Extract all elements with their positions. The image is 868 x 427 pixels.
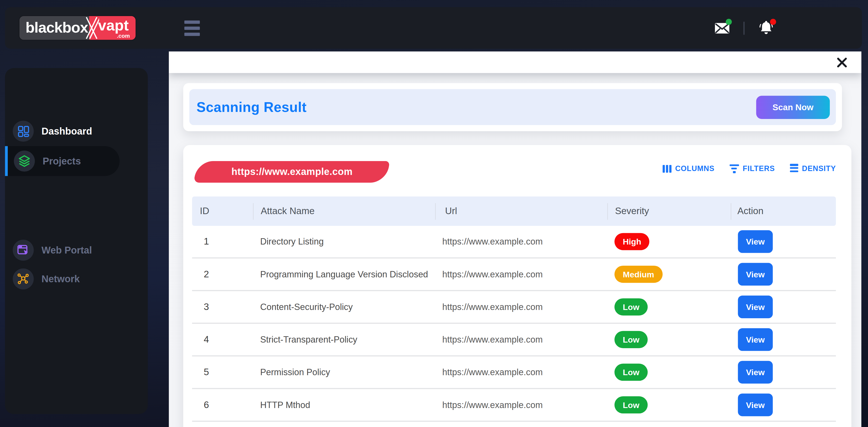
table-row: 3 Content-Security-Policy https://www.ex… xyxy=(192,291,836,324)
view-button[interactable]: View xyxy=(738,263,773,286)
filters-button[interactable]: FILTERS xyxy=(729,164,775,173)
target-url-ribbon: https://www.example.com xyxy=(194,161,390,183)
view-button[interactable]: View xyxy=(738,393,773,416)
sidebar-item-label: Projects xyxy=(42,155,81,167)
layers-icon xyxy=(14,151,35,172)
table-row: 2 Programming Language Version Disclosed… xyxy=(192,258,836,291)
columns-button[interactable]: COLUMNS xyxy=(662,164,714,173)
mail-icon[interactable] xyxy=(713,20,730,36)
column-header-severity[interactable]: Severity xyxy=(608,203,731,219)
sidebar-item-dashboard[interactable]: Dashboard xyxy=(5,116,148,146)
sidebar-item-label: Dashboard xyxy=(41,125,92,137)
view-button[interactable]: View xyxy=(738,328,773,351)
sidebar-item-network[interactable]: Network xyxy=(5,264,148,294)
sidebar-item-projects[interactable]: Projects xyxy=(5,146,120,176)
cell-id: 4 xyxy=(192,334,253,345)
table-row: 1 Directory Listing https://www.example.… xyxy=(192,226,836,258)
cell-url: https://www.example.com xyxy=(435,335,607,344)
brand-tld: .com xyxy=(117,33,130,39)
menu-toggle-icon[interactable] xyxy=(184,21,200,39)
scanning-result-panel: Scanning Result Scan Now xyxy=(189,89,836,125)
view-button[interactable]: View xyxy=(738,230,773,253)
column-header-attack-name[interactable]: Attack Name xyxy=(253,203,435,219)
bell-badge xyxy=(770,19,776,25)
app-root: blackbox vapt .com xyxy=(0,0,868,427)
cell-attack-name: Programming Language Version Disclosed xyxy=(253,269,435,279)
table-row: 5 Permission Policy https://www.example.… xyxy=(192,357,836,389)
cell-id: 6 xyxy=(192,399,253,410)
cell-url: https://www.example.com xyxy=(435,367,607,377)
results-table-card: https://www.example.com COLUMNS FILTERS … xyxy=(183,145,851,427)
column-header-action[interactable]: Action xyxy=(731,203,836,219)
density-button[interactable]: DENSITY xyxy=(790,164,836,173)
cell-attack-name: HTTP Mthod xyxy=(253,400,435,410)
cell-attack-name: Permission Policy xyxy=(253,367,435,377)
modal-header xyxy=(169,52,862,73)
brand-logo-left: blackbox xyxy=(20,16,89,40)
mail-badge xyxy=(726,19,732,25)
target-url: https://www.example.com xyxy=(231,166,352,178)
severity-badge: Low xyxy=(614,364,648,381)
scan-now-button[interactable]: Scan Now xyxy=(756,95,830,119)
table-toolbar: COLUMNS FILTERS DENSITY xyxy=(662,164,836,173)
sidebar-item-label: Web Portal xyxy=(41,244,92,256)
severity-badge: High xyxy=(614,233,649,250)
cell-attack-name: Strict-Transparent-Policy xyxy=(253,335,435,344)
sidebar-item-web-portal[interactable]: Web Portal xyxy=(5,235,148,265)
severity-badge: Low xyxy=(614,396,648,414)
table-row: 4 Strict-Transparent-Policy https://www.… xyxy=(192,324,836,357)
cell-id: 1 xyxy=(192,236,253,247)
topbar: blackbox vapt .com xyxy=(5,7,862,49)
browser-icon xyxy=(13,240,34,261)
columns-icon xyxy=(662,165,671,173)
dashboard-icon xyxy=(13,121,34,142)
table-header-row: ID Attack Name Url Severity Action xyxy=(192,196,836,226)
density-icon xyxy=(790,164,798,173)
severity-badge: Low xyxy=(614,298,648,315)
close-icon[interactable] xyxy=(835,55,849,69)
cell-id: 3 xyxy=(192,301,253,312)
brand-logo-right: vapt .com xyxy=(89,16,135,40)
brand-logo[interactable]: blackbox vapt .com xyxy=(20,16,135,40)
notifications-bell-icon[interactable] xyxy=(758,20,774,36)
page-title: Scanning Result xyxy=(197,99,307,115)
cell-id: 2 xyxy=(192,269,253,280)
scanning-result-modal: Scanning Result Scan Now https://www.exa… xyxy=(169,52,862,427)
column-header-id[interactable]: ID xyxy=(192,203,253,219)
view-button[interactable]: View xyxy=(738,296,773,318)
sidebar-item-label: Network xyxy=(41,273,80,285)
cell-id: 5 xyxy=(192,367,253,377)
cell-url: https://www.example.com xyxy=(435,237,607,247)
cell-attack-name: Content-Security-Policy xyxy=(253,302,435,312)
topbar-divider xyxy=(743,22,745,35)
results-table: ID Attack Name Url Severity Action 1 Dir… xyxy=(192,196,836,422)
filter-icon xyxy=(729,164,739,173)
view-button[interactable]: View xyxy=(738,361,773,384)
severity-badge: Low xyxy=(614,331,648,348)
severity-badge: Medium xyxy=(614,266,662,283)
cell-url: https://www.example.com xyxy=(435,302,607,312)
topbar-actions xyxy=(713,7,774,49)
scanning-result-card: Scanning Result Scan Now xyxy=(183,83,842,131)
network-icon xyxy=(13,268,34,289)
cell-url: https://www.example.com xyxy=(435,269,607,279)
sidebar: Dashboard Projects xyxy=(5,68,148,414)
column-header-url[interactable]: Url xyxy=(435,203,607,219)
cell-attack-name: Directory Listing xyxy=(253,237,435,247)
table-row: 6 HTTP Mthod https://www.example.com Low… xyxy=(192,389,836,422)
cell-url: https://www.example.com xyxy=(435,400,607,410)
